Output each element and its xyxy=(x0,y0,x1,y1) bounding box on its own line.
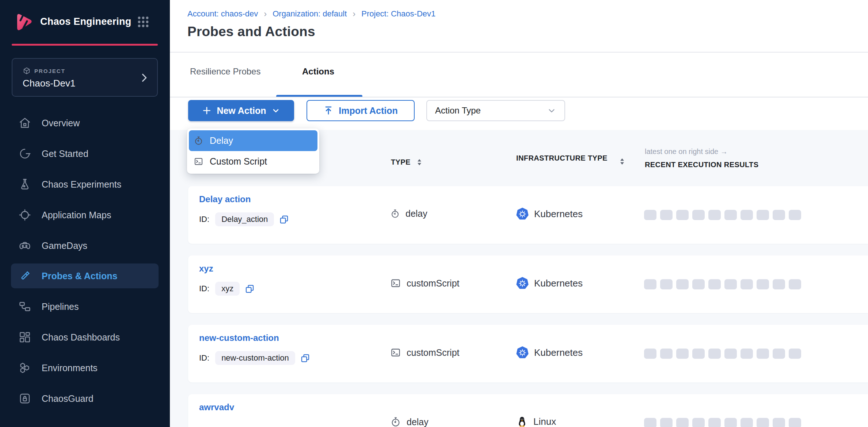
dropdown-item-delay[interactable]: Delay xyxy=(189,130,317,151)
kubernetes-icon xyxy=(516,346,529,359)
flask-icon xyxy=(18,178,31,191)
hexagons-icon xyxy=(18,361,31,374)
execution-result-placeholder xyxy=(676,210,689,220)
terminal-icon xyxy=(390,347,401,358)
action-row-card: new-custom-action ID: new-custom-action … xyxy=(188,325,868,382)
execution-result-placeholder xyxy=(757,418,769,427)
sidebar-item-pipelines[interactable]: Pipelines xyxy=(11,294,159,319)
action-type-value: customScript xyxy=(407,347,459,358)
sort-icon[interactable] xyxy=(620,158,624,165)
copy-icon[interactable] xyxy=(245,284,255,294)
dashboard-icon xyxy=(18,331,31,344)
brand-row: Chaos Engineering xyxy=(0,10,170,34)
breadcrumb-account[interactable]: Account: chaos-dev xyxy=(187,9,258,19)
execution-result-placeholder xyxy=(644,418,656,427)
action-id-value: Delay_action xyxy=(215,212,274,226)
grid-apps-icon[interactable] xyxy=(137,15,150,28)
execution-result-placeholder xyxy=(660,418,673,427)
new-action-button[interactable]: New Action xyxy=(188,100,294,121)
execution-result-placeholder xyxy=(660,210,673,220)
infrastructure-cell: Linux xyxy=(516,416,556,427)
action-name-link[interactable]: awrvadv xyxy=(199,402,234,412)
sidebar-item-chaos-experiments[interactable]: Chaos Experiments xyxy=(11,172,159,197)
execution-result-placeholder xyxy=(724,418,737,427)
recent-execution-results xyxy=(644,210,801,220)
execution-result-placeholder xyxy=(741,210,753,220)
import-action-label: Import Action xyxy=(339,105,398,116)
action-type-cell: delay xyxy=(390,208,427,219)
breadcrumb-project[interactable]: Project: Chaos-Dev1 xyxy=(361,9,435,19)
stopwatch-icon xyxy=(390,209,400,219)
new-action-label: New Action xyxy=(217,105,266,116)
chaos-engineering-app: Chaos Engineering PROJECT Chaos-Dev1 xyxy=(0,0,868,427)
execution-result-placeholder xyxy=(676,349,689,359)
action-name-link[interactable]: new-custom-action xyxy=(199,333,279,343)
stopwatch-icon xyxy=(194,136,203,146)
execution-result-placeholder xyxy=(724,349,737,359)
action-name-link[interactable]: Delay action xyxy=(199,194,251,204)
recent-execution-results xyxy=(644,279,801,289)
actions-table: TYPE INFRASTRUCTURE TYPE latest one on r… xyxy=(170,130,868,427)
action-row-card: awrvadv delay Linu xyxy=(188,394,868,427)
sidebar-item-probes-actions[interactable]: Probes & Actions xyxy=(11,263,159,288)
action-name-link[interactable]: xyz xyxy=(199,263,213,274)
action-id-value: new-custom-action xyxy=(215,351,295,365)
import-action-button[interactable]: Import Action xyxy=(307,100,415,121)
execution-result-placeholder xyxy=(676,418,689,427)
lock-icon xyxy=(18,392,31,405)
chevron-down-icon xyxy=(547,106,556,115)
action-type-cell: customScript xyxy=(390,278,459,289)
action-type-select[interactable]: Action Type xyxy=(426,100,565,121)
action-id-value: xyz xyxy=(215,282,240,296)
sidebar-item-environments[interactable]: Environments xyxy=(11,355,159,380)
execution-result-placeholder xyxy=(789,418,801,427)
action-type-cell: customScript xyxy=(390,347,459,358)
execution-result-placeholder xyxy=(757,210,769,220)
main-content: Account: chaos-dev › Organization: defau… xyxy=(170,0,868,427)
execution-result-placeholder xyxy=(741,279,753,289)
execution-result-placeholder xyxy=(724,279,737,289)
tabs-divider xyxy=(170,97,868,97)
kubernetes-icon xyxy=(516,277,529,289)
sidebar-item-label: ChaosGuard xyxy=(42,393,94,404)
terminal-icon xyxy=(390,278,401,289)
execution-result-placeholder xyxy=(789,210,801,220)
column-header-infrastructure-type: INFRASTRUCTURE TYPE xyxy=(516,153,608,164)
id-label: ID: xyxy=(199,215,209,224)
sidebar-item-gamedays[interactable]: GameDays xyxy=(11,233,159,258)
sidebar: Chaos Engineering PROJECT Chaos-Dev1 xyxy=(0,0,170,427)
infrastructure-value: Kubernetes xyxy=(534,347,583,358)
execution-result-placeholder xyxy=(660,279,673,289)
breadcrumb-separator: › xyxy=(353,9,355,19)
recent-execution-results xyxy=(644,418,801,427)
action-type-cell: delay xyxy=(390,416,429,427)
recent-execution-results xyxy=(644,349,801,359)
execution-result-placeholder xyxy=(692,210,705,220)
sidebar-item-overview[interactable]: Overview xyxy=(11,111,159,135)
project-name: Chaos-Dev1 xyxy=(23,78,76,89)
sidebar-item-get-started[interactable]: Get Started xyxy=(11,141,159,166)
dropdown-item-custom-script[interactable]: Custom Script xyxy=(189,151,317,172)
tab-actions[interactable]: Actions xyxy=(302,66,334,77)
execution-result-placeholder xyxy=(708,210,721,220)
project-selector[interactable]: PROJECT Chaos-Dev1 xyxy=(12,58,158,97)
new-action-dropdown-menu: Delay Custom Script xyxy=(187,128,319,174)
column-header-recent-execution-results: RECENT EXECUTION RESULTS xyxy=(645,161,758,169)
copy-icon[interactable] xyxy=(300,353,310,363)
sort-icon[interactable] xyxy=(417,159,422,165)
sidebar-item-chaosguard[interactable]: ChaosGuard xyxy=(11,386,159,411)
dropdown-item-label: Custom Script xyxy=(210,156,267,167)
gamepad-icon xyxy=(18,239,31,252)
breadcrumb-organization[interactable]: Organization: default xyxy=(273,9,347,19)
tab-resilience-probes[interactable]: Resilience Probes xyxy=(190,66,260,77)
sidebar-item-chaos-dashboards[interactable]: Chaos Dashboards xyxy=(11,325,159,350)
linux-icon xyxy=(516,416,528,427)
execution-result-placeholder xyxy=(708,279,721,289)
execution-result-placeholder xyxy=(789,349,801,359)
copy-icon[interactable] xyxy=(279,215,289,224)
execution-result-placeholder xyxy=(676,279,689,289)
action-type-value: delay xyxy=(407,417,429,427)
sidebar-item-application-maps[interactable]: Application Maps xyxy=(11,203,159,227)
sidebar-item-label: GameDays xyxy=(42,241,87,251)
sidebar-item-label: Chaos Dashboards xyxy=(42,332,120,343)
